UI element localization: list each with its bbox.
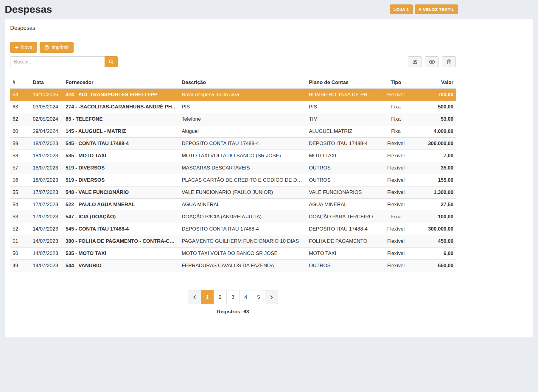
- cell-fornecedor: 545 - CONTA ITAU 17488-4: [63, 223, 179, 235]
- nova-button[interactable]: Nova: [10, 42, 37, 53]
- imprimir-button[interactable]: Imprimir: [40, 42, 74, 53]
- trash-icon: [447, 59, 451, 64]
- table-row[interactable]: 56 18/07/2023 519 - DIVERSOS PLACAS CART…: [10, 174, 456, 186]
- cell-plano: OUTROS: [307, 260, 378, 272]
- table-row[interactable]: 54 17/07/2023 522 - PAULO AGUA MNERAL AG…: [10, 199, 456, 211]
- pagination-page-3[interactable]: 3: [226, 290, 240, 304]
- cell-tipo: Flexível: [378, 138, 414, 150]
- pagination-next-button[interactable]: [265, 290, 278, 304]
- cell-descricao: Telefone: [179, 113, 307, 125]
- cell-descricao: Aluguel: [179, 125, 307, 138]
- cell-fornecedor: 544 - VANUBIO: [63, 260, 179, 272]
- edit-icon: [412, 59, 417, 64]
- cell-tipo: Flexível: [378, 248, 414, 260]
- table-row[interactable]: 51 14/07/2023 380 - FOLHA DE PAGAMENTO -…: [10, 235, 456, 248]
- cell-data: 17/07/2023: [30, 186, 63, 199]
- cell-valor: 7,00: [414, 150, 456, 162]
- cell-id: 50: [10, 248, 30, 260]
- cell-data: 18/07/2023: [30, 150, 63, 162]
- registros-count: Registros: 63: [10, 309, 456, 315]
- eye-icon: [429, 60, 435, 64]
- row-tools: [408, 56, 456, 67]
- table-row[interactable]: 55 17/07/2023 548 - VALE FUNCIONÁRIO VAL…: [10, 186, 456, 199]
- cell-descricao: MOTO TAXI VOLTA DO BANCO (SR JOSE): [179, 150, 307, 162]
- cell-fornecedor: 548 - VALE FUNCIONÁRIO: [63, 186, 179, 199]
- cell-valor: 6,00: [414, 248, 456, 260]
- column-header-valor: Valor: [414, 77, 456, 88]
- column-header-data: Data: [30, 77, 63, 88]
- table-row[interactable]: 50 14/07/2023 535 - MOTO TAXI MOTO TAXI …: [10, 248, 456, 260]
- table-row[interactable]: 57 18/07/2023 519 - DIVERSOS MASCARAS DE…: [10, 162, 456, 174]
- pagination-pages: 12345: [201, 290, 265, 304]
- cell-tipo: Flexível: [378, 235, 414, 248]
- search-button[interactable]: [105, 56, 118, 67]
- cell-fornecedor: 145 - ALUGUEL - MATRIZ: [63, 125, 179, 138]
- table-row[interactable]: 63 03/05/2024 274 - -SACOLITAS-GARANHUNS…: [10, 101, 456, 113]
- store-button-a-veloz-textil[interactable]: A VELOZ TEXTIL: [415, 4, 458, 14]
- cell-data: 03/05/2024: [30, 101, 63, 113]
- cell-id: 60: [10, 125, 30, 138]
- page-title: Despesas: [5, 4, 52, 15]
- table-row[interactable]: 62 02/05/2024 85 - TELEFONE Telefone TIM…: [10, 113, 456, 125]
- cell-data: 14/07/2023: [30, 223, 63, 235]
- cell-data: 17/07/2023: [30, 199, 63, 211]
- cell-data: 14/07/2023: [30, 260, 63, 272]
- cell-fornecedor: 547 - ICIA (DOAÇÃO): [63, 211, 179, 223]
- search-row: [10, 56, 456, 67]
- table-row[interactable]: 64 14/10/2025 324 - ADL TRANSPORTES EIRE…: [10, 88, 456, 101]
- cell-id: 59: [10, 138, 30, 150]
- pagination-page-4[interactable]: 4: [239, 290, 252, 304]
- cell-plano: OUTROS: [307, 162, 378, 174]
- plus-icon: [15, 46, 19, 49]
- store-button-loja1[interactable]: LOJA 1: [390, 4, 413, 14]
- table-row[interactable]: 52 14/07/2023 545 - CONTA ITAU 17488-4 D…: [10, 223, 456, 235]
- cell-tipo: Flexível: [378, 174, 414, 186]
- cell-descricao: PLACAS CARTÃO DE CREDITO E CODIGO DE DEF…: [179, 174, 307, 186]
- cell-tipo: Flexível: [378, 150, 414, 162]
- edit-button[interactable]: [408, 56, 422, 67]
- pagination-prev-button[interactable]: [188, 290, 201, 304]
- cell-descricao: MASCARAS DESCARTAVEIS: [179, 162, 307, 174]
- cell-id: 53: [10, 211, 30, 223]
- cell-descricao: AGUA MINERAL: [179, 199, 307, 211]
- cell-data: 02/05/2024: [30, 113, 63, 125]
- cell-id: 52: [10, 223, 30, 235]
- column-header-plano: Plano de Contas: [307, 77, 378, 88]
- table-row[interactable]: 58 18/07/2023 535 - MOTO TAXI MOTO TAXI …: [10, 150, 456, 162]
- cell-tipo: Fixa: [378, 101, 414, 113]
- cell-descricao: PAGAMENTO GUILHERM FUNCIONARIO 10 DIAS: [179, 235, 307, 248]
- toolbar: Nova Imprimir: [10, 42, 528, 53]
- cell-data: 17/07/2023: [30, 211, 63, 223]
- imprimir-button-label: Imprimir: [52, 45, 69, 50]
- table-row[interactable]: 49 14/07/2023 544 - VANUBIO FERRADURAS C…: [10, 260, 456, 272]
- search-input[interactable]: [10, 56, 105, 67]
- pagination-page-5[interactable]: 5: [252, 290, 265, 304]
- cell-fornecedor: 324 - ADL TRANSPORTES EIRELI EPP: [63, 88, 179, 101]
- cell-plano: BOMBEIRO-TAXA DE PR…: [307, 88, 378, 101]
- table-row[interactable]: 53 17/07/2023 547 - ICIA (DOAÇÃO) DOAÇÃO…: [10, 211, 456, 223]
- column-header-tipo: Tipo: [378, 77, 414, 88]
- chevron-left-icon: [193, 295, 196, 300]
- cell-fornecedor: 535 - MOTO TAXI: [63, 248, 179, 260]
- cell-descricao: VALE FUNCIONARIO (PAULO JUNIOR): [179, 186, 307, 199]
- cell-tipo: Fixa: [378, 211, 414, 223]
- cell-data: 18/07/2023: [30, 138, 63, 150]
- search-icon: [109, 59, 114, 64]
- pagination-page-2[interactable]: 2: [214, 290, 227, 304]
- delete-button[interactable]: [442, 56, 456, 67]
- cell-id: 62: [10, 113, 30, 125]
- cell-id: 64: [10, 88, 30, 101]
- table-row[interactable]: 59 18/07/2023 545 - CONTA ITAU 17488-4 D…: [10, 138, 456, 150]
- cell-valor: 4.000,00: [414, 125, 456, 138]
- cell-tipo: Flexível: [378, 162, 414, 174]
- cell-valor: 300.000,00: [414, 138, 456, 150]
- pagination-wrap: 12345: [10, 290, 456, 304]
- pagination-page-1[interactable]: 1: [201, 290, 214, 304]
- cell-tipo: Flexível: [378, 88, 414, 101]
- table-row[interactable]: 60 29/04/2024 145 - ALUGUEL - MATRIZ Alu…: [10, 125, 456, 138]
- table-body: 64 14/10/2025 324 - ADL TRANSPORTES EIRE…: [10, 88, 456, 272]
- cell-id: 55: [10, 186, 30, 199]
- cell-valor: 100,00: [414, 211, 456, 223]
- view-button[interactable]: [425, 56, 439, 67]
- cell-tipo: Flexível: [378, 260, 414, 272]
